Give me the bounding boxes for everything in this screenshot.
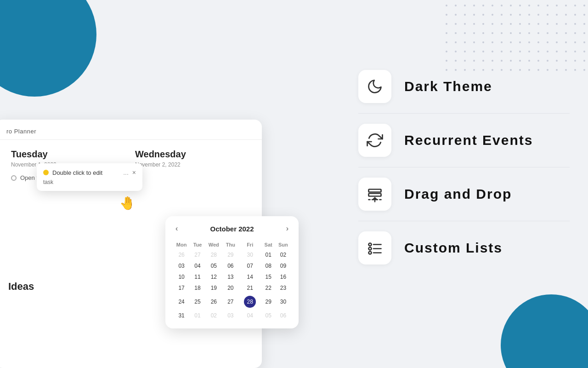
feature-label-drag-and-drop: Drag and Drop [404,186,512,202]
ideas-section: Ideas [8,281,34,293]
feature-label-custom-lists: Custom Lists [404,240,503,256]
calendar-day[interactable]: 23 [275,282,291,293]
weekday-sat: Sat [262,240,275,249]
tooltip-title: Double click to edit [43,169,102,176]
moon-icon [367,78,383,95]
calendar-prev-button[interactable]: ‹ [173,224,181,234]
calendar-day[interactable]: 04 [190,260,205,271]
tooltip-dot [43,170,49,175]
calendar-day[interactable]: 22 [262,282,275,293]
task-checkbox[interactable] [11,175,17,181]
calendar-day[interactable]: 05 [262,310,275,321]
calendar-day[interactable]: 07 [238,260,262,271]
weekday-sun: Sun [275,240,291,249]
feature-icon-dark-theme [358,70,391,103]
feature-item-dark-theme: Dark Theme [358,60,570,114]
calendar-day[interactable]: 21 [238,282,262,293]
calendar-next-button[interactable]: › [283,224,291,234]
tooltip-header: Double click to edit ... × [43,169,136,176]
calendar-day[interactable]: 27 [190,249,205,260]
calendar-day[interactable]: 19 [205,282,223,293]
planner-column-wednesday: Wednesday November 2, 2022 [129,144,253,190]
svg-point-3 [369,247,372,250]
calendar-day[interactable]: 31 [173,310,190,321]
calendar-day[interactable]: 01 [190,310,205,321]
calendar-day[interactable]: 06 [275,310,291,321]
feature-icon-custom-lists [358,231,391,264]
calendar-day[interactable]: 28 [205,249,223,260]
calendar-week-row: 26272829300102 [173,249,291,260]
calendar-day[interactable]: 06 [223,260,238,271]
calendar-weekdays-row: Mon Tue Wed Thu Fri Sat Sun [173,240,291,249]
calendar-grid: Mon Tue Wed Thu Fri Sat Sun 262728293001… [173,240,291,321]
svg-rect-0 [369,190,381,192]
calendar-week-row: 10111213141516 [173,271,291,282]
feature-label-recurrent-events: Recurrent Events [404,132,533,148]
calendar-day[interactable]: 20 [223,282,238,293]
calendar-day[interactable]: 11 [190,271,205,282]
calendar-week-row: 17181920212223 [173,282,291,293]
calendar-day[interactable]: 25 [190,293,205,310]
ideas-title: Ideas [8,281,34,293]
weekday-fri: Fri [238,240,262,249]
tooltip-body: task [43,179,136,185]
calendar-day[interactable]: 05 [205,260,223,271]
feature-label-dark-theme: Dark Theme [404,79,492,94]
calendar-week-row: 31010203040506 [173,310,291,321]
calendar-today-indicator: 28 [244,296,256,308]
calendar-day[interactable]: 04 [238,310,262,321]
list-icon [367,240,383,256]
feature-item-drag-and-drop: Drag and Drop [358,167,570,221]
feature-icon-drag-and-drop [358,178,391,211]
calendar-day[interactable]: 26 [173,249,190,260]
calendar-day[interactable]: 03 [173,260,190,271]
planner-date-wednesday: November 2, 2022 [135,161,246,168]
weekday-mon: Mon [173,240,190,249]
planner-day-tuesday: Tuesday [11,149,122,160]
calendar-day[interactable]: 13 [223,271,238,282]
feature-item-recurrent-events: Recurrent Events [358,114,570,167]
weekday-tue: Tue [190,240,205,249]
drag-icon [367,186,383,202]
calendar-day[interactable]: 02 [275,249,291,260]
feature-icon-recurrent-events [358,124,391,157]
svg-point-4 [369,252,372,254]
calendar-day[interactable]: 29 [262,293,275,310]
calendar-day[interactable]: 03 [223,310,238,321]
calendar-body: 2627282930010203040506070809101112131415… [173,249,291,321]
tooltip-actions: ... × [123,169,136,176]
weekday-thu: Thu [223,240,238,249]
tooltip-text: Double click to edit [52,169,102,176]
calendar-day[interactable]: 24 [173,293,190,310]
calendar-widget: ‹ October 2022 › Mon Tue Wed Thu Fri Sat… [165,216,299,328]
features-panel: Dark Theme Recurrent Events Drag an [340,60,588,275]
calendar-header: ‹ October 2022 › [173,224,291,234]
calendar-day[interactable]: 08 [262,260,275,271]
sync-icon [367,132,383,149]
planner-title: ro Planner [0,120,262,140]
calendar-day[interactable]: 02 [205,310,223,321]
calendar-day[interactable]: 30 [238,249,262,260]
calendar-day[interactable]: 30 [275,293,291,310]
calendar-week-row: 03040506070809 [173,260,291,271]
calendar-day[interactable]: 10 [173,271,190,282]
task-tooltip: Double click to edit ... × task [37,163,142,191]
calendar-day[interactable]: 29 [223,249,238,260]
calendar-week-row: 24252627282930 [173,293,291,310]
calendar-day[interactable]: 18 [190,282,205,293]
tooltip-close-button[interactable]: × [132,169,136,176]
calendar-day[interactable]: 17 [173,282,190,293]
calendar-day[interactable]: 27 [223,293,238,310]
decorative-circle-top-left [0,0,96,97]
calendar-day[interactable]: 01 [262,249,275,260]
calendar-day[interactable]: 12 [205,271,223,282]
svg-rect-1 [369,194,381,196]
calendar-day[interactable]: 28 [238,293,262,310]
calendar-day[interactable]: 16 [275,271,291,282]
tooltip-more[interactable]: ... [123,169,129,176]
calendar-day[interactable]: 14 [238,271,262,282]
calendar-day[interactable]: 09 [275,260,291,271]
decorative-circle-bottom-right [501,294,588,368]
calendar-day[interactable]: 15 [262,271,275,282]
calendar-day[interactable]: 26 [205,293,223,310]
